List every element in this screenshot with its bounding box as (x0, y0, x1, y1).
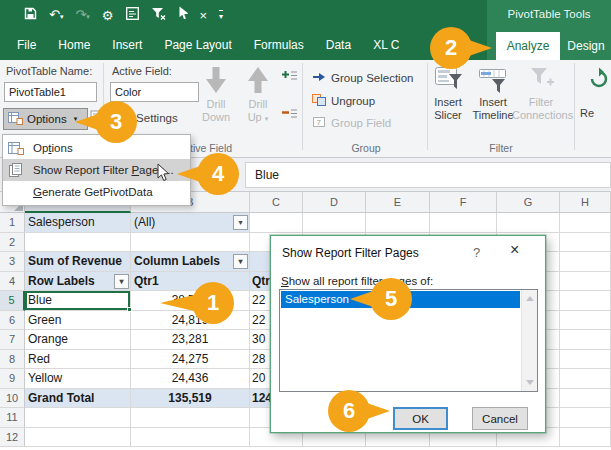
cell-H2[interactable] (560, 233, 611, 253)
cell-F1[interactable] (430, 213, 497, 233)
properties-icon[interactable] (126, 6, 139, 24)
cell-H11[interactable] (560, 408, 611, 428)
tab-xl-c[interactable]: XL C (362, 30, 410, 60)
tab-formulas[interactable]: Formulas (243, 30, 315, 60)
undo-icon[interactable]: ↶▾ (49, 8, 63, 23)
cell-A1[interactable]: Salesperson (25, 213, 131, 233)
macros-icon[interactable]: ⚙︎ (102, 9, 114, 22)
cell-H5[interactable] (560, 291, 611, 311)
cell-B6[interactable]: 24,819 (131, 311, 250, 331)
filter-connections-button[interactable]: Filter Connections (512, 64, 570, 122)
cell-G1[interactable] (497, 213, 560, 233)
row-header-4[interactable]: 4 (0, 272, 25, 292)
cell-H7[interactable] (560, 330, 611, 350)
row-header-11[interactable]: 11 (0, 408, 25, 428)
expand-field-icon[interactable] (282, 70, 298, 84)
save-icon[interactable] (24, 6, 37, 24)
cell-A9[interactable]: Yellow (25, 369, 131, 389)
cell-C1[interactable] (250, 213, 303, 233)
tab-file[interactable]: File (6, 30, 47, 60)
cell-B10[interactable]: 135,519 (131, 389, 250, 409)
row-header-6[interactable]: 6 (0, 311, 25, 331)
cell-A10[interactable]: Grand Total (25, 389, 131, 409)
refresh-button-label[interactable]: Re (580, 107, 594, 119)
filter-dropdown-icon[interactable]: ▾ (114, 274, 129, 289)
row-header-12[interactable]: 12 (0, 428, 25, 448)
cell-E1[interactable] (366, 213, 430, 233)
close-icon[interactable]: × (510, 241, 519, 259)
formula-bar-input[interactable]: Blue (245, 162, 611, 188)
col-header-F[interactable]: F (430, 192, 497, 213)
cell-A12[interactable] (25, 428, 131, 448)
cell-H10[interactable] (560, 389, 611, 409)
cell-B4[interactable]: Qtr1 (131, 272, 250, 292)
cell-H1[interactable] (560, 213, 611, 233)
scroll-down-icon[interactable] (526, 380, 534, 385)
cell-A11[interactable] (25, 408, 131, 428)
insert-timeline-button[interactable]: Insert Timeline (470, 64, 516, 122)
cell-H12[interactable] (560, 428, 611, 448)
listbox-scrollbar[interactable] (521, 290, 537, 391)
cell-B1[interactable]: (All)▾ (131, 213, 250, 233)
row-header-5[interactable]: 5 (0, 291, 25, 311)
group-field-button[interactable]: 7 Group Field (312, 116, 391, 130)
group-selection-button[interactable]: Group Selection (312, 72, 413, 84)
refresh-icon[interactable] (586, 65, 611, 95)
cell-B9[interactable]: 24,436 (131, 369, 250, 389)
menu-item-generate-getpivotdata[interactable]: Generate GetPivotData (3, 181, 190, 203)
clear-filter-icon[interactable] (151, 6, 166, 24)
cell-B11[interactable] (131, 408, 250, 428)
tab-data[interactable]: Data (315, 30, 362, 60)
redo-icon[interactable]: ↷▾ (75, 8, 89, 23)
cell-H4[interactable] (560, 272, 611, 292)
cell-H9[interactable] (560, 369, 611, 389)
row-header-9[interactable]: 9 (0, 369, 25, 389)
row-header-3[interactable]: 3 (0, 252, 25, 272)
col-header-E[interactable]: E (366, 192, 430, 213)
collapse-field-icon[interactable] (282, 108, 298, 122)
col-header-D[interactable]: D (303, 192, 366, 213)
row-header-2[interactable]: 2 (0, 233, 25, 253)
tab-analyze[interactable]: Analyze (496, 32, 560, 60)
cell-B3[interactable]: Column Labels▾ (131, 252, 250, 272)
cell-H3[interactable] (560, 252, 611, 272)
customize-quick-access-icon[interactable]: ▾ (219, 10, 223, 20)
col-header-G[interactable]: G (497, 192, 560, 213)
scroll-up-icon[interactable] (526, 296, 534, 301)
cell-B8[interactable]: 24,275 (131, 350, 250, 370)
ok-button[interactable]: OK (393, 407, 448, 430)
row-header-7[interactable]: 7 (0, 330, 25, 350)
cancel-button[interactable]: Cancel (472, 407, 528, 430)
cell-A5[interactable]: Blue (25, 291, 131, 311)
filter-dropdown-icon[interactable]: ▾ (233, 215, 248, 230)
tab-page-layout[interactable]: Page Layout (153, 30, 242, 60)
cell-A2[interactable] (25, 233, 131, 253)
close-icon[interactable]: × (200, 8, 208, 23)
cell-B7[interactable]: 23,281 (131, 330, 250, 350)
row-header-10[interactable]: 10 (0, 389, 25, 409)
tab-home[interactable]: Home (47, 30, 101, 60)
row-header-1[interactable]: 1 (0, 213, 25, 233)
active-field-input[interactable]: Color (110, 82, 199, 102)
help-icon[interactable]: ? (473, 245, 480, 260)
cell-H8[interactable] (560, 350, 611, 370)
cell-B12[interactable] (131, 428, 250, 448)
row-header-8[interactable]: 8 (0, 350, 25, 370)
tab-insert[interactable]: Insert (101, 30, 153, 60)
cell-A4[interactable]: Row Labels▾ (25, 272, 131, 292)
tab-design[interactable]: Design (561, 32, 611, 60)
filter-dropdown-icon[interactable]: ▾ (233, 254, 248, 269)
col-header-C[interactable]: C (250, 192, 303, 213)
cell-A7[interactable]: Orange (25, 330, 131, 350)
cell-A6[interactable]: Green (25, 311, 131, 331)
fill-handle[interactable] (127, 307, 132, 312)
col-header-H[interactable]: H (560, 192, 611, 213)
ungroup-button[interactable]: Ungroup (312, 94, 375, 108)
pivottable-name-input[interactable]: PivotTable1 (4, 82, 97, 102)
menu-item-options[interactable]: Options (3, 137, 190, 159)
cell-D1[interactable] (303, 213, 366, 233)
cell-A8[interactable]: Red (25, 350, 131, 370)
cell-B2[interactable] (131, 233, 250, 253)
cell-H6[interactable] (560, 311, 611, 331)
select-cursor-icon[interactable] (178, 6, 188, 24)
